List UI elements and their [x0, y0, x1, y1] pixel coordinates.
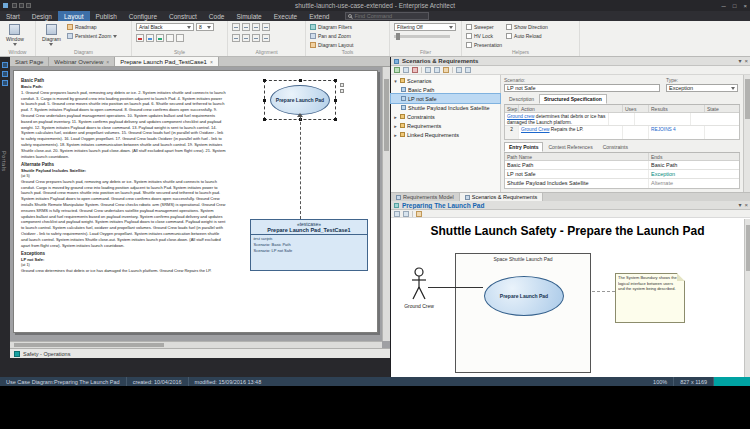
zoom-in-icon[interactable] — [394, 211, 400, 217]
align-bottom-icon[interactable] — [232, 34, 240, 42]
scrollbar-thumb[interactable] — [746, 225, 750, 271]
horizontal-scrollbar[interactable] — [10, 341, 382, 348]
window-button[interactable]: Window — [4, 23, 26, 47]
new-scenario-icon[interactable] — [394, 67, 400, 73]
generate-diagram-icon[interactable] — [443, 67, 449, 73]
tree-expand-icon[interactable]: ▸ — [393, 114, 398, 120]
scrollbar-thumb[interactable] — [14, 343, 164, 347]
space-evenly-icon[interactable] — [262, 34, 270, 42]
actor-ground-crew[interactable] — [411, 267, 427, 301]
same-width-icon[interactable] — [242, 34, 250, 42]
tab-description[interactable]: Description — [504, 94, 539, 104]
entry-row[interactable]: Basic Path Basic Path — [505, 161, 739, 170]
vertical-scrollbar[interactable] — [382, 67, 390, 341]
tree-expand-icon[interactable]: ▸ — [393, 132, 398, 138]
maximize-button[interactable]: □ — [733, 3, 737, 9]
pan-and-zoom-button[interactable]: Pan and Zoom — [310, 32, 353, 40]
save-icon[interactable] — [403, 67, 409, 73]
layout-icon[interactable] — [416, 211, 422, 217]
get-style-button[interactable] — [166, 34, 174, 42]
ribbon-tab-layout[interactable]: Layout — [58, 11, 90, 21]
diagram-layout-button[interactable]: Diagram Layout — [310, 41, 353, 49]
status-zoom[interactable]: 100% — [647, 377, 674, 386]
step-row-1[interactable]: 1 Ground crew determines that debris or … — [505, 113, 739, 126]
panel-scrollbar[interactable] — [743, 75, 750, 192]
association-connector[interactable] — [428, 287, 483, 288]
filter-slider[interactable] — [394, 35, 450, 38]
close-panel-icon[interactable]: × — [744, 202, 748, 208]
align-center-icon[interactable] — [242, 23, 250, 31]
portals-vertical-tab[interactable]: Portals — [1, 151, 7, 172]
usecase-diagram-canvas[interactable]: Shuttle Launch Safety - Prepare the Laun… — [391, 219, 744, 377]
diagram-filters-button[interactable]: Diagram Filters — [310, 23, 353, 31]
show-direction-checkbox[interactable]: Show Direction — [506, 23, 548, 31]
resize-handle[interactable] — [263, 99, 266, 102]
pin-menu-icon[interactable]: ▾ — [738, 202, 741, 208]
tree-node-scenarios[interactable]: ▾ Scenarios — [391, 76, 500, 85]
apply-style-button[interactable] — [176, 34, 184, 42]
ribbon-tab-code[interactable]: Code — [203, 11, 231, 21]
entry-row[interactable]: Shuttle Payload Includes Satellite Alter… — [505, 179, 739, 188]
quicklink-icon[interactable] — [340, 83, 344, 87]
tree-node-linked-requirements[interactable]: ▸ Linked Requirements — [391, 130, 500, 139]
ribbon-tab-design[interactable]: Design — [26, 11, 58, 21]
scenario-type-dropdown[interactable]: Exception — [666, 84, 738, 92]
help-icon[interactable] — [465, 67, 471, 73]
font-size-combo[interactable]: 8 — [196, 23, 214, 31]
tab-context-references[interactable]: Context References — [543, 142, 597, 152]
portal-icon[interactable] — [2, 71, 8, 77]
auto-reload-checkbox[interactable]: Auto Reload — [506, 32, 548, 40]
dock-tab-requirements-model[interactable]: Requirements Model — [391, 193, 460, 201]
roadmap-button[interactable]: Roadmap — [67, 23, 117, 31]
line-color-button[interactable] — [156, 34, 164, 42]
close-panel-icon[interactable]: × — [744, 58, 748, 64]
resize-handle[interactable] — [334, 118, 337, 121]
ribbon-tab-publish[interactable]: Publish — [90, 11, 123, 21]
tab-start-page[interactable]: Start Page — [10, 57, 49, 66]
scrollbar-thumb[interactable] — [384, 79, 389, 151]
align-top-icon[interactable] — [262, 23, 270, 31]
hv-lock-checkbox[interactable]: HV Lock — [466, 32, 502, 40]
portal-icon[interactable] — [2, 80, 8, 86]
presentation-checkbox[interactable]: Presentation — [466, 41, 502, 49]
close-tab-icon[interactable]: × — [106, 59, 109, 65]
pin-menu-icon[interactable]: ▾ — [738, 58, 741, 64]
resize-handle[interactable] — [334, 99, 337, 102]
tab-entry-points[interactable]: Entry Points — [504, 142, 543, 152]
step-row-2[interactable]: 2 Ground Crew Repairs the LP. REJOINS 4 — [505, 126, 739, 139]
fill-color-button[interactable] — [146, 34, 154, 42]
panel-scrollbar[interactable] — [744, 219, 750, 377]
close-button[interactable]: × — [743, 3, 747, 9]
realization-connector[interactable] — [300, 117, 301, 219]
tree-node-shuttle-payload[interactable]: Shuttle Payload Includes Satellite — [391, 103, 500, 112]
sweeper-checkbox[interactable]: Sweeper — [466, 23, 502, 31]
tab-prepare-launch-pad-testcase[interactable]: Prepare Launch Pad_TestCase1 × — [115, 57, 219, 66]
delete-icon[interactable] — [412, 67, 418, 73]
resize-handle[interactable] — [299, 79, 302, 82]
ribbon-tab-start[interactable]: Start — [0, 11, 26, 21]
resize-handle[interactable] — [263, 118, 266, 121]
ribbon-tab-execute[interactable]: Execute — [268, 11, 304, 21]
ribbon-tab-configure[interactable]: Configure — [123, 11, 163, 21]
minimize-button[interactable]: ─ — [722, 3, 726, 9]
align-right-icon[interactable] — [252, 23, 260, 31]
find-command-input[interactable] — [354, 13, 424, 19]
dock-tab-scenarios-requirements[interactable]: Scenarios & Requirements — [460, 193, 543, 201]
filter-slider-thumb[interactable] — [396, 33, 400, 40]
testcase-element[interactable]: «testcase» Prepare Launch Pad_TestCase1 … — [250, 219, 368, 271]
tab-structured-specification[interactable]: Structured Specification — [539, 94, 607, 104]
note-element[interactable]: The System Boundary shows the logical in… — [615, 273, 685, 323]
tab-constraints[interactable]: Constraints — [598, 142, 633, 152]
font-color-button[interactable] — [136, 34, 144, 42]
scrollbar-thumb[interactable] — [745, 79, 750, 119]
tab-webinar-overview[interactable]: Webinar Overview × — [49, 57, 115, 66]
options-icon[interactable] — [456, 67, 462, 73]
tree-collapse-icon[interactable]: ▾ — [393, 78, 398, 84]
diagram-button[interactable]: Diagram — [40, 23, 63, 47]
filtering-combo[interactable]: Filtering Off — [394, 23, 456, 31]
tree-node-basic-path[interactable]: Basic Path — [391, 85, 500, 94]
move-up-icon[interactable] — [425, 67, 431, 73]
tree-node-lp-not-safe[interactable]: LP not Safe — [391, 94, 500, 103]
ribbon-tab-simulate[interactable]: Simulate — [230, 11, 267, 21]
zoom-out-icon[interactable] — [403, 211, 409, 217]
